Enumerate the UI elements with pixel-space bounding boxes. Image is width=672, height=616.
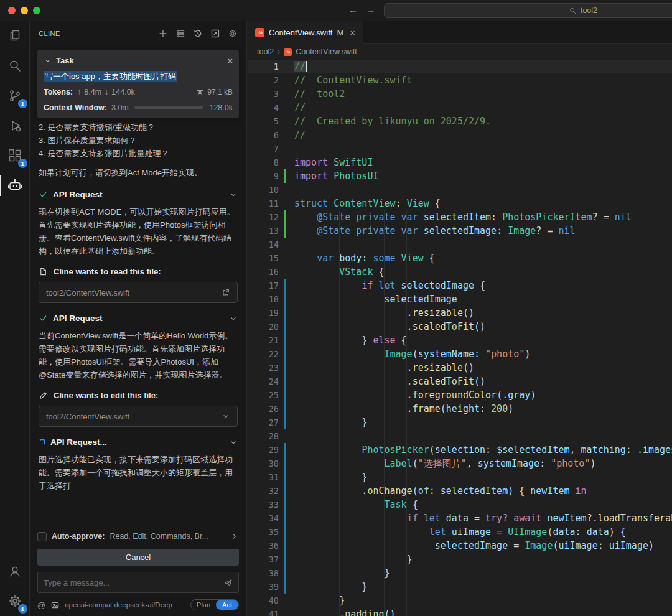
send-icon[interactable] [223, 578, 233, 587]
code-line[interactable]: 4// [248, 101, 672, 114]
new-task-icon[interactable] [158, 29, 168, 39]
window-close-button[interactable] [8, 7, 16, 14]
code-line[interactable]: 7 [248, 142, 672, 156]
code-line[interactable]: 23 .resizable() [248, 361, 672, 375]
activity-bar-item-explorer[interactable] [0, 21, 30, 51]
code-line[interactable]: 24 .scaledToFit() [248, 375, 672, 388]
code-line[interactable]: 19 .resizable() [248, 306, 672, 320]
history-icon[interactable] [193, 29, 203, 39]
nav-forward-button[interactable]: → [366, 4, 375, 15]
code-editor[interactable]: 1//2// ContentView.swift3// tool24//5// … [248, 60, 672, 616]
model-label[interactable]: openai-compat:deepseek-ai/DeepSee... [65, 601, 172, 609]
line-number: 35 [248, 525, 279, 539]
code-line[interactable]: 3// tool2 [248, 87, 672, 101]
code-line[interactable]: 22 Image(systemName: "photo") [248, 347, 672, 361]
code-line[interactable]: 30 Label("选择图片", systemImage: "photo") [248, 457, 672, 470]
file-path-box[interactable]: tool2/ContentView.swift [39, 282, 238, 303]
code-line[interactable]: 16 VStack { [248, 265, 672, 279]
tab-bar: ContentView.swift M × [248, 21, 672, 44]
code-line[interactable]: 33 Task { [248, 498, 672, 511]
chevron-down-icon[interactable] [44, 57, 52, 65]
line-number: 31 [248, 470, 279, 484]
tokens-down-value: 144.0k [111, 88, 135, 96]
code-line[interactable]: 14 [248, 238, 672, 251]
breadcrumb-file[interactable]: ContentView.swift [296, 47, 357, 56]
tab-close-icon[interactable]: × [350, 28, 355, 37]
code-line[interactable]: 28 [248, 429, 672, 443]
activity-bar-item-source-control[interactable]: 1 [0, 81, 30, 111]
code-line[interactable]: 2// ContentView.swift [248, 73, 672, 87]
delete-task-button[interactable]: 97.1 kB [196, 88, 233, 96]
activity-bar-item-settings[interactable]: 1 [0, 586, 30, 616]
mcp-server-icon[interactable] [175, 29, 185, 39]
code-line[interactable]: 26 .frame(height: 200) [248, 402, 672, 416]
code-line[interactable]: 20 .scaledToFit() [248, 320, 672, 334]
activity-bar-item-account[interactable] [0, 556, 30, 586]
api-request-header[interactable]: API Request... [39, 437, 238, 447]
window-zoom-button[interactable] [33, 7, 40, 14]
code-line[interactable]: 5// Created by likunyu on 2025/2/9. [248, 114, 672, 128]
vscode-window: ← → tool2 11 1 CLINE Task × 写一个ios app，主… [0, 0, 672, 616]
activity-bar-item-cline[interactable] [0, 170, 30, 200]
code-text: // Created by likunyu on 2025/2/9. [286, 114, 491, 128]
cancel-button[interactable]: Cancel [37, 549, 239, 566]
code-line[interactable]: 27 } [248, 416, 672, 429]
open-in-editor-icon[interactable] [210, 29, 220, 39]
line-number: 21 [248, 334, 279, 347]
badge-count: 1 [18, 159, 27, 168]
code-line[interactable]: 21 } else { [248, 334, 672, 347]
task-close-button[interactable]: × [227, 56, 233, 65]
nav-back-button[interactable]: ← [348, 4, 358, 15]
code-text: selectedImage [286, 292, 457, 306]
code-line[interactable]: 15 var body: some View { [248, 251, 672, 265]
code-lines: 1//2// ContentView.swift3// tool24//5// … [248, 60, 672, 616]
mention-icon[interactable]: @ [37, 600, 45, 610]
code-line[interactable]: 41 .padding() [248, 607, 672, 616]
tab-contentview-swift[interactable]: ContentView.swift M × [248, 21, 363, 44]
line-number: 2 [248, 73, 279, 87]
code-line[interactable]: 1// [248, 60, 672, 73]
window-minimize-button[interactable] [21, 7, 28, 14]
code-line[interactable]: 18 selectedImage [248, 292, 672, 306]
code-line[interactable]: 11struct ContentView: View { [248, 197, 672, 210]
code-line[interactable]: 17 if let selectedImage { [248, 279, 672, 292]
file-path-box[interactable]: tool2/ContentView.swift [39, 406, 238, 427]
code-line[interactable]: 6// [248, 128, 672, 142]
code-line[interactable]: 29 PhotosPicker(selection: $selectedItem… [248, 443, 672, 457]
image-icon[interactable] [50, 600, 60, 610]
auto-approve-checkbox[interactable] [37, 532, 47, 541]
task-text[interactable]: 写一个ios app，主要功能时图片打码 [44, 71, 177, 82]
breadcrumb-folder[interactable]: tool2 [257, 47, 274, 56]
code-line[interactable]: 34 if let data = try? await newItem?.loa… [248, 511, 672, 525]
code-line[interactable]: 25 .foregroundColor(.gray) [248, 388, 672, 402]
code-line[interactable]: 40 } [248, 594, 672, 607]
code-line[interactable]: 32 .onChange(of: selectedItem) { newItem… [248, 484, 672, 498]
line-number: 23 [248, 361, 279, 375]
activity-bar-item-run-debug[interactable] [0, 111, 30, 141]
line-number: 19 [248, 306, 279, 320]
auto-approve-row[interactable]: Auto-approve: Read, Edit, Commands, Br..… [37, 530, 239, 543]
code-line[interactable]: 38 } [248, 566, 672, 580]
code-line[interactable]: 13 @State private var selectedImage: Ima… [248, 224, 672, 238]
code-line[interactable]: 10 [248, 183, 672, 197]
code-line[interactable]: 31 } [248, 470, 672, 484]
command-center-search[interactable]: tool2 [384, 3, 672, 18]
code-line[interactable]: 8import SwiftUI [248, 156, 672, 169]
code-line[interactable]: 12 @State private var selectedItem: Phot… [248, 210, 672, 224]
code-line[interactable]: 35 let uiImage = UIImage(data: data) { [248, 525, 672, 539]
code-line[interactable]: 36 selectedImage = Image(uiImage: uiImag… [248, 539, 672, 553]
api-request-header[interactable]: API Request [39, 190, 238, 199]
code-line[interactable]: 39 } [248, 580, 672, 594]
activity-bar-item-search[interactable] [0, 51, 30, 81]
activity-bar-item-extensions[interactable]: 1 [0, 141, 30, 170]
api-request-header[interactable]: API Request [39, 314, 238, 323]
message-input[interactable] [44, 578, 220, 587]
auto-approve-value: Read, Edit, Commands, Br... [110, 532, 208, 541]
act-mode-button[interactable]: Act [216, 600, 238, 610]
code-line[interactable]: 37 } [248, 553, 672, 566]
chevron-down-icon [229, 190, 238, 199]
code-text: .resizable() [286, 306, 474, 320]
settings-icon[interactable] [228, 29, 238, 39]
code-line[interactable]: 9import PhotosUI [248, 169, 672, 183]
plan-mode-button[interactable]: Plan [191, 600, 216, 610]
